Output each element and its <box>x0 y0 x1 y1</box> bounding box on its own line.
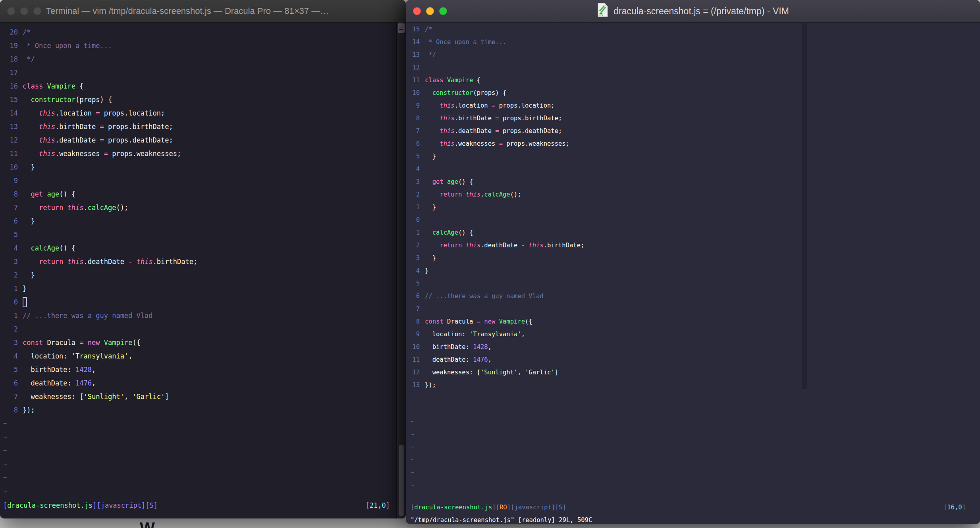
code-line: 7 weaknesses: ['Sunlight', 'Garlic'] <box>0 390 406 403</box>
code-line: 1 } <box>406 201 980 214</box>
code-line: 3const Dracula = new Vampire({ <box>0 336 406 349</box>
line-number: 3 <box>3 255 23 268</box>
code-line: 18 */ <box>0 52 406 66</box>
line-number: 6 <box>411 290 425 303</box>
code-line: 5 } <box>406 150 980 163</box>
line-number: 14 <box>3 106 23 120</box>
code-line: 10 } <box>0 160 406 174</box>
terminal-window-title: Terminal — vim /tmp/dracula-screenshot.j… <box>46 6 390 16</box>
background-window-text: W <box>140 519 155 528</box>
code-line: 1} <box>0 282 406 295</box>
code-line: 13 */ <box>406 48 980 61</box>
code-line: 9 <box>0 174 406 187</box>
line-number: 12 <box>411 61 425 74</box>
line-number: 5 <box>411 277 425 290</box>
line-number: 4 <box>3 349 23 363</box>
line-number: 13 <box>411 48 425 61</box>
code-line: 8 get age() { <box>0 187 406 201</box>
line-number: 7 <box>3 201 23 214</box>
line-number: 20 <box>3 25 23 39</box>
code-line: 5 <box>0 228 406 241</box>
statusline-file-info: [dracula-screenshot.js][javascript][S] <box>3 499 158 512</box>
terminal-titlebar[interactable]: Terminal — vim /tmp/dracula-screenshot.j… <box>0 0 406 23</box>
empty-line-tilde: ~ <box>0 471 406 484</box>
line-number: 3 <box>411 175 425 188</box>
code-line: 6 } <box>0 214 406 228</box>
code-line: 2 } <box>0 268 406 282</box>
code-line: 9 this.location = props.location; <box>406 99 980 112</box>
empty-line-tilde: ~ <box>0 417 406 430</box>
vim-statusline-left: [dracula-screenshot.js][javascript][S] [… <box>0 499 406 512</box>
ruler-position: [21,0] <box>366 499 390 512</box>
code-line: 19 * Once upon a time... <box>0 39 406 52</box>
zoom-button[interactable] <box>33 7 41 15</box>
code-line: 2 <box>0 322 406 336</box>
line-number: 8 <box>3 187 23 201</box>
code-line: 12 this.deathDate = props.deathDate; <box>0 133 406 147</box>
code-line: 5 <box>406 277 980 290</box>
line-number: 9 <box>3 174 23 187</box>
code-line: 14 * Once upon a time... <box>406 36 980 48</box>
traffic-lights <box>413 0 447 22</box>
line-number: 11 <box>411 74 425 87</box>
line-number: 13 <box>411 379 425 391</box>
line-number: 16 <box>3 79 23 93</box>
line-number: 9 <box>411 328 425 341</box>
code-line: 4 location: 'Transylvania', <box>0 349 406 363</box>
scrollbar-thumb[interactable] <box>399 445 404 516</box>
line-number: 6 <box>3 214 23 228</box>
line-number: 13 <box>3 120 23 133</box>
empty-line-tilde: ~ <box>406 466 980 479</box>
close-button[interactable] <box>413 7 421 15</box>
terminal-window: Terminal — vim /tmp/dracula-screenshot.j… <box>0 0 406 518</box>
line-number: 12 <box>3 133 23 147</box>
code-line: 11 this.weaknesses = props.weaknesses; <box>0 147 406 160</box>
empty-line-tilde: ~ <box>0 484 406 498</box>
vim-buffer-left[interactable]: 20/*19 * Once upon a time...18 */1716cla… <box>0 22 406 518</box>
line-number: 8 <box>411 315 425 328</box>
line-number: 7 <box>411 303 425 315</box>
macvim-titlebar[interactable]: JS dracula-screenshot.js = (/private/tmp… <box>406 0 980 23</box>
code-line: 10 constructor(props) { <box>406 87 980 99</box>
code-line: 1// ...there was a guy named Vlad <box>0 309 406 322</box>
code-line: 8}); <box>0 403 406 417</box>
line-number: 5 <box>3 363 23 376</box>
empty-line-tilde: ~ <box>0 430 406 444</box>
empty-line-tilde: ~ <box>0 457 406 471</box>
terminal-scrollbar[interactable] <box>396 22 406 518</box>
code-line: 6 this.weaknesses = props.weaknesses; <box>406 137 980 150</box>
line-number: 1 <box>3 282 23 295</box>
empty-line-tilde: ~ <box>0 444 406 457</box>
macvim-scrollbar[interactable] <box>802 22 807 389</box>
code-line: 12 <box>406 61 980 74</box>
line-number: 15 <box>3 93 23 106</box>
line-number: 10 <box>3 160 23 174</box>
code-line: 0 <box>406 214 980 226</box>
line-number: 4 <box>411 163 425 175</box>
line-number: 14 <box>411 36 425 48</box>
zoom-button[interactable] <box>439 7 447 15</box>
empty-line-tilde: ~ <box>406 428 980 441</box>
line-number: 11 <box>411 353 425 366</box>
minimize-button[interactable] <box>20 7 28 15</box>
code-line: 12 weaknesses: ['Sunlight', 'Garlic'] <box>406 366 980 379</box>
line-number: 1 <box>411 226 425 239</box>
minimize-button[interactable] <box>426 7 434 15</box>
close-button[interactable] <box>7 7 15 15</box>
line-number: 15 <box>411 23 425 36</box>
code-line: 7 <box>406 303 980 315</box>
code-line: 5 birthDate: 1428, <box>0 363 406 376</box>
code-line: 17 <box>0 66 406 79</box>
line-number: 19 <box>3 39 23 52</box>
empty-line-tilde: ~ <box>406 453 980 466</box>
code-line: 14 this.location = props.location; <box>0 106 406 120</box>
line-number: 0 <box>3 295 23 309</box>
vim-buffer-right[interactable]: 15/*14 * Once upon a time...13 */1211cla… <box>406 22 980 524</box>
code-line: 6// ...there was a guy named Vlad <box>406 290 980 303</box>
code-line: 2 return this.deathDate - this.birthDate… <box>406 239 980 252</box>
line-number: 9 <box>411 99 425 112</box>
code-line: 9 location: 'Transylvania', <box>406 328 980 341</box>
split-pane-button[interactable] <box>397 23 405 33</box>
line-number: 8 <box>3 403 23 417</box>
line-number: 2 <box>411 188 425 201</box>
